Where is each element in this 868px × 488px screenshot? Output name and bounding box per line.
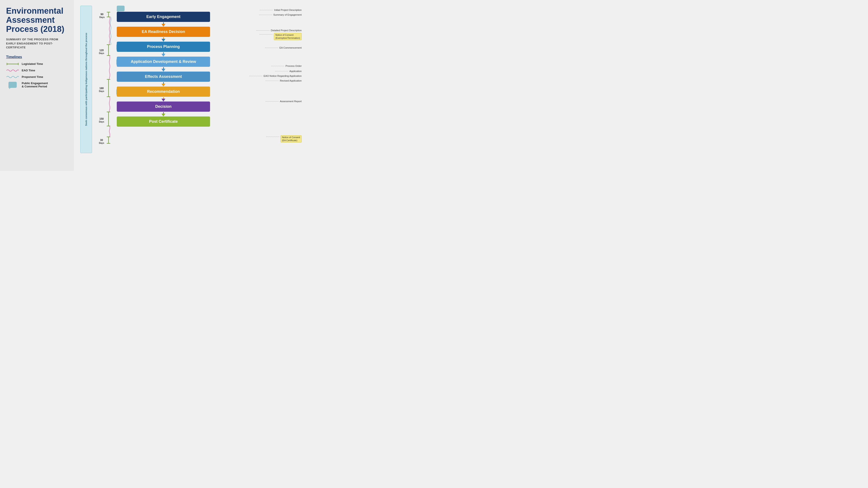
public-engagement-icon [6, 82, 19, 88]
svg-text:Days: Days [99, 121, 104, 123]
svg-text:180: 180 [99, 87, 104, 90]
indigenous-text: Seek consensus with participating Indige… [85, 33, 88, 126]
step-recommendation: Recommendation [117, 87, 210, 97]
legislated-time-icon [6, 62, 19, 66]
connector-5 [117, 82, 210, 87]
legend-legislated: Legislated Time [6, 62, 68, 66]
step-app-dev-review: Application Development & Review [117, 57, 210, 67]
step-process-planning: Process Planning [117, 42, 210, 52]
note-eao-notice-app: EAO Notice Regarding Application [249, 75, 302, 77]
flow-notes-area: Early Engagement EA Readiness Decision [115, 3, 302, 167]
note-ea-commencement: EA Commencement [265, 46, 302, 49]
legislated-label: Legislated Time [22, 62, 43, 65]
svg-text:30: 30 [100, 139, 103, 142]
step-decision: Decision [117, 101, 210, 112]
note-revised-app: Revised Application [266, 79, 302, 82]
public-label: Public Engagement& Comment Period [22, 82, 48, 88]
indigenous-banner: Seek consensus with participating Indige… [80, 6, 92, 153]
eao-label: EAO Time [22, 69, 35, 72]
note-notice-exemption: Notice of Consent(Exemption/Termination) [259, 33, 302, 40]
step-ea-readiness: EA Readiness Decision [117, 27, 210, 37]
note-detailed-desc: Detailed Project Description [256, 29, 302, 32]
app-dev-row: Application Development & Review [117, 57, 210, 67]
note-process-order: Process Order [271, 65, 302, 67]
timeline-svg: 90 Days 120 Days 180 Days 150 Days 3 [95, 6, 115, 162]
svg-text:Days: Days [99, 52, 104, 55]
process-planning-row: Process Planning [117, 42, 210, 52]
timeline-indigenous-col: Seek consensus with participating Indige… [76, 3, 95, 167]
legend-public: Public Engagement& Comment Period [6, 82, 68, 88]
notes-column: Initial Project Description Summary of E… [213, 6, 302, 167]
svg-text:Days: Days [99, 16, 104, 19]
note-assessment-report: Assessment Report [266, 100, 302, 103]
flow-column: Early Engagement EA Readiness Decision [117, 6, 213, 167]
svg-text:Days: Days [99, 142, 104, 144]
svg-text:Days: Days [99, 90, 104, 92]
note-notice-ea-cert: Notice of Consent(EA Certificate) [266, 135, 302, 142]
bubble-early [117, 6, 125, 11]
legend-eao: EAO Time [6, 69, 68, 72]
days-col: 90 Days 120 Days 180 Days 150 Days 3 [95, 3, 115, 167]
connector-3 [117, 52, 210, 57]
svg-text:120: 120 [99, 49, 104, 52]
note-summary-engagement: Summary of Engagement [259, 13, 302, 16]
note-initial-desc: Initial Project Description [260, 9, 302, 11]
proponent-label: Proponent Time [22, 75, 43, 78]
step-effects-assessment: Effects Assessment [117, 72, 210, 82]
connector-4 [117, 67, 210, 72]
right-panel: Seek consensus with participating Indige… [74, 0, 304, 171]
main-title: Environmental Assessment Process (2018) [6, 6, 68, 34]
timelines-title: Timelines [6, 55, 68, 59]
svg-text:150: 150 [99, 117, 104, 120]
eao-time-icon [6, 69, 19, 72]
connector-7 [117, 112, 210, 117]
svg-text:90: 90 [100, 13, 103, 16]
step-early-engagement: Early Engagement [117, 12, 210, 22]
connector-2 [117, 37, 210, 42]
timelines-section: Timelines Legislated Time EAO Time [6, 55, 68, 91]
step-post-certificate: Post Certificate [117, 117, 210, 127]
proponent-time-icon [6, 75, 19, 79]
recommendation-row: Recommendation [117, 87, 210, 97]
note-application: Application [275, 70, 302, 72]
connector-1 [117, 22, 210, 27]
legend-proponent: Proponent Time [6, 75, 68, 79]
left-panel: Environmental Assessment Process (2018) … [0, 0, 74, 171]
subtitle: SUMMARY OF THE PROCESS FROM EARLY ENGAGE… [6, 37, 68, 50]
connector-6 [117, 97, 210, 101]
